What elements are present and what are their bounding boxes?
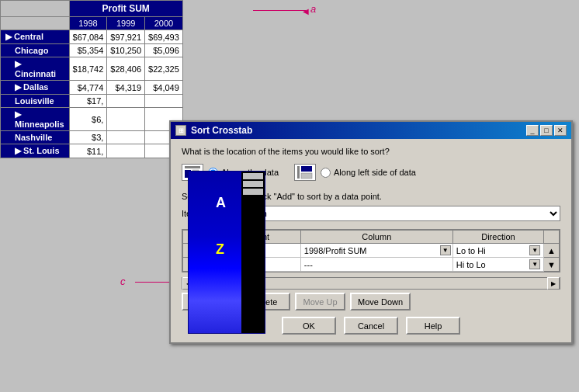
table-row: ▶ Cincinnati $18,742 $28,406 $22,325 [1, 57, 183, 81]
left-icon-svg [296, 165, 314, 179]
table-row: ▶ St. Louis $11, [1, 144, 183, 158]
dir-dropdown-2[interactable]: ▼ [529, 259, 540, 269]
table-row: ▶ Central $67,084 $97,921 $69,493 [1, 30, 183, 44]
svg-rect-3 [297, 166, 300, 179]
item-to-sort-select[interactable]: Region Profit SUM [233, 206, 560, 221]
dir-dropdown-1[interactable]: ▼ [529, 245, 540, 255]
preview-letter-a: A [216, 195, 226, 211]
titlebar-buttons: _ □ ✕ [526, 125, 567, 136]
col-column: Column [300, 231, 452, 244]
minimize-button[interactable]: _ [526, 125, 539, 136]
svg-rect-0 [185, 166, 200, 168]
radio-left-option[interactable]: Along left side of data [294, 164, 416, 181]
help-button[interactable]: Help [406, 317, 460, 335]
table-row: ▶ Minneapolis $6, [1, 108, 183, 131]
preview-bar-3 [243, 189, 263, 195]
dir-val-2: Hi to Lo [456, 260, 529, 269]
crosstab-preview: A Z [188, 171, 265, 334]
dialog-icon: ⊞ [175, 125, 186, 136]
dir-row-2: Hi to Lo ▼ [456, 259, 540, 269]
col-scroll [544, 231, 560, 244]
col-dropdown-1[interactable]: ▼ [440, 245, 451, 255]
table-row: ▶ Dallas $4,774 $4,319 $4,049 [1, 81, 183, 95]
scroll-up-btn[interactable]: ▲ [544, 244, 560, 258]
move-down-button[interactable]: Move Down [350, 293, 411, 310]
year-1999: 1999 [107, 17, 145, 30]
left-data-icon [294, 164, 316, 181]
dialog-question: What is the location of the items you wo… [182, 147, 560, 156]
dialog-titlebar: ⊞ Sort Crosstab _ □ ✕ [171, 122, 571, 139]
radio-left-label: Along left side of data [334, 168, 416, 177]
sort-row-1-direction: Lo to Hi ▼ [452, 244, 543, 258]
column-select-row1: 1998/Profit SUM ▼ [304, 245, 451, 255]
ok-button[interactable]: OK [282, 317, 336, 335]
dialog-title: Sort Crosstab [191, 125, 252, 136]
cancel-button[interactable]: Cancel [344, 317, 398, 335]
year-1998: 1998 [69, 17, 107, 30]
table-row: Nashville $3, [1, 131, 183, 144]
arrow-a-line [253, 10, 306, 11]
table-row: Louisville $17, [1, 95, 183, 108]
svg-rect-5 [301, 173, 312, 179]
titlebar-left: ⊞ Sort Crosstab [175, 125, 252, 136]
dir-val-1: Lo to Hi [456, 246, 529, 255]
scroll-right-btn[interactable]: ▶ [547, 277, 560, 290]
svg-rect-4 [301, 166, 312, 172]
preview-bars [241, 172, 265, 333]
preview-bar-1 [243, 173, 263, 179]
preview-bar-2 [243, 181, 263, 187]
annotation-c: c [120, 276, 126, 287]
year-2000: 2000 [145, 17, 183, 30]
move-up-button[interactable]: Move Up [295, 293, 345, 310]
preview-letter-z: Z [216, 241, 224, 258]
col-direction: Direction [452, 231, 543, 244]
arrow-a-head: ◀ [303, 7, 309, 16]
maximize-button[interactable]: □ [540, 125, 553, 136]
radio-left[interactable] [321, 168, 331, 178]
sort-row-2-column: --- [300, 258, 452, 272]
scroll-down-btn[interactable]: ▼ [544, 258, 560, 272]
dir-row-1: Lo to Hi ▼ [456, 245, 540, 255]
col-val-1: 1998/Profit SUM [304, 246, 440, 255]
sort-row-1-column: 1998/Profit SUM ▼ [300, 244, 452, 258]
profit-sum-header: Profit SUM [69, 1, 182, 17]
sort-row-2-direction: Hi to Lo ▼ [452, 258, 543, 272]
close-button[interactable]: ✕ [554, 125, 567, 136]
annotation-a: a [310, 3, 316, 15]
table-row: Chicago $5,354 $10,250 $5,096 [1, 44, 183, 57]
crosstab-panel: Profit SUM 1998 1999 2000 ▶ Central $67,… [0, 0, 171, 158]
